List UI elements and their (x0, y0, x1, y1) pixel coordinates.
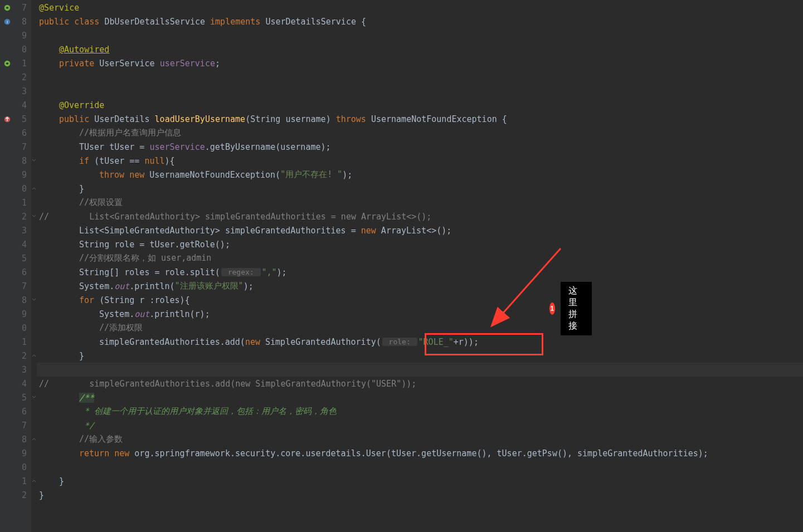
code-line[interactable]: String[] roles = role.split( regex: ",")… (37, 265, 803, 279)
code-line[interactable]: simpleGrantedAuthorities.add(new SimpleG… (37, 335, 803, 349)
code-line[interactable] (37, 84, 803, 98)
code-line[interactable]: * 创建一个用于认证的用户对象并返回，包括：用户名，密码，角色 (37, 404, 803, 418)
fold-close-icon[interactable] (32, 437, 36, 441)
code-line[interactable]: } (37, 474, 803, 488)
gutter-line: 9 (0, 168, 31, 182)
line-number: 8 (22, 156, 27, 166)
fold-bar[interactable] (31, 0, 37, 532)
code-line[interactable] (37, 70, 803, 84)
line-number: 9 (22, 31, 27, 41)
line-number: 3 (22, 365, 27, 375)
gutter-line: 7 (0, 418, 31, 432)
fold-open-icon[interactable] (32, 158, 36, 163)
code-line[interactable]: public UserDetails loadUserByUsername(St… (37, 112, 803, 126)
token-doc: */ (79, 421, 94, 431)
gutter-line: 4 (0, 377, 31, 391)
line-number: 7 (22, 3, 27, 13)
code-line[interactable]: System.out.println(r); (37, 307, 803, 321)
token-cmt: //输入参数 (79, 434, 123, 445)
code-line[interactable]: //分割权限名称，如 user,admin (37, 251, 803, 265)
code-line[interactable]: List<SimpleGrantedAuthority> simpleGrant… (37, 223, 803, 237)
fold-open-icon[interactable] (32, 395, 36, 399)
token-cls: UsernameNotFoundException( (149, 170, 280, 180)
token-cls: System. (79, 281, 114, 291)
code-line[interactable]: TUser tUser = userService.getByUsername(… (37, 140, 803, 154)
gutter-line: 3 (0, 223, 31, 237)
code-line[interactable]: */ (37, 418, 803, 432)
code-area[interactable]: 1 这里拼接 @Servicepublic class DbUserDetail… (37, 0, 803, 532)
fold-close-icon[interactable] (32, 353, 36, 358)
token-cmt: simpleGrantedAuthorities.add(new SimpleG… (49, 379, 416, 389)
line-number: 8 (22, 295, 27, 305)
token-cls: org.springframework.security.core.userde… (134, 448, 708, 458)
token-kw: new (129, 170, 149, 180)
token-cmt: //分割权限名称，如 user,admin (79, 253, 211, 263)
line-number: 7 (22, 142, 27, 152)
code-line[interactable]: public class DbUserDetailsService implem… (37, 14, 803, 28)
code-line[interactable]: @Service (37, 1, 803, 14)
code-line[interactable]: } (37, 349, 803, 363)
code-line[interactable]: for (String r :roles){ (37, 293, 803, 307)
gutter-line: 0 (0, 460, 31, 474)
token-cls: (tUser == (94, 156, 144, 166)
code-line[interactable] (37, 363, 803, 377)
code-line[interactable]: @Autowired (37, 42, 803, 56)
gutter-line: 8 (0, 293, 31, 307)
code-line[interactable]: } (37, 488, 803, 502)
fold-open-icon[interactable] (32, 297, 36, 302)
code-line[interactable]: //添加权限 (37, 321, 803, 335)
code-line[interactable]: System.out.println("注册该账户权限"); (37, 279, 803, 293)
code-line[interactable] (37, 28, 803, 42)
fold-close-icon[interactable] (32, 186, 36, 191)
token-cls: ArrayList<>(); (381, 226, 451, 236)
gutter-line: 2 (0, 349, 31, 363)
code-line[interactable]: //输入参数 (37, 432, 803, 446)
token-cls: .getByUsername(username); (205, 142, 331, 152)
code-line[interactable] (37, 460, 803, 474)
fold-open-icon[interactable] (32, 214, 36, 218)
code-line[interactable]: //根据用户名查询用户信息 (37, 126, 803, 140)
gutter-line: 4 (0, 237, 31, 251)
override-icon (3, 115, 11, 123)
line-number: 3 (22, 226, 27, 236)
gutter-line: 2 (0, 209, 31, 223)
impl-icon: I (3, 18, 11, 26)
gutter-line: 7 (0, 140, 31, 154)
line-number: 6 (22, 407, 27, 417)
token-cls: +r)); (454, 337, 479, 347)
spring-icon (3, 60, 11, 67)
code-line[interactable]: // List<GrantedAuthority> simpleGrantedA… (37, 209, 803, 223)
line-number: 9 (22, 309, 27, 319)
code-line[interactable]: // simpleGrantedAuthorities.add(new Simp… (37, 377, 803, 391)
line-number: 5 (22, 253, 27, 263)
code-line[interactable]: //权限设置 (37, 196, 803, 209)
line-number: 8 (22, 435, 27, 445)
code-line[interactable]: private UserService userService; (37, 56, 803, 70)
gutter-line: 7 (0, 1, 31, 14)
token-field: userService (160, 58, 215, 69)
gutter-line: 2 (0, 488, 31, 502)
code-line[interactable]: @Override (37, 98, 803, 112)
gutter-line: 6 (0, 265, 31, 279)
token-cls: ){ (165, 156, 175, 166)
gutter-line: 8 (0, 154, 31, 168)
code-line[interactable]: return new org.springframework.security.… (37, 446, 803, 460)
gutter-line: 5 (0, 251, 31, 265)
line-number: 0 (22, 184, 27, 194)
code-editor[interactable]: 78I9012345678901234567890123456789012 1 … (0, 0, 803, 532)
code-line[interactable]: if (tUser == null){ (37, 154, 803, 168)
token-str: "," (262, 267, 277, 277)
token-field: userService (149, 142, 205, 152)
code-line[interactable]: /** (37, 391, 803, 404)
line-number: 3 (22, 86, 27, 96)
token-cls: ); (277, 267, 287, 277)
gutter-line: 1 (0, 474, 31, 488)
token-str: "注册该账户权限" (175, 281, 244, 291)
token-doc: * 创建一个用于认证的用户对象并返回，包括：用户名，密码，角色 (79, 406, 337, 417)
code-line[interactable]: String role = tUser.getRole(); (37, 237, 803, 251)
code-line[interactable]: throw new UsernameNotFoundException("用户不… (37, 168, 803, 182)
code-line[interactable]: } (37, 182, 803, 196)
token-cls: } (79, 351, 84, 361)
fold-close-icon[interactable] (32, 479, 36, 483)
line-number: 2 (22, 490, 27, 500)
